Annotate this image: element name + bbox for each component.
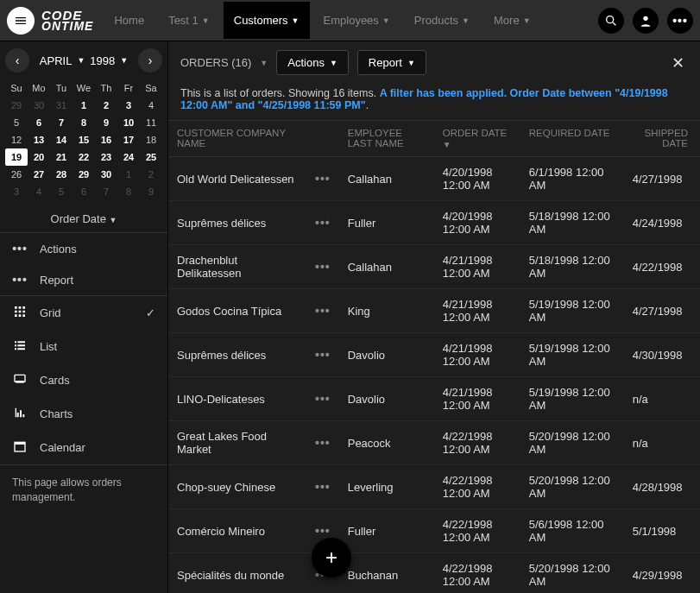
cal-day[interactable]: 30	[95, 166, 117, 183]
table-row[interactable]: Old World Delicatessen•••Callahan4/20/19…	[168, 157, 700, 201]
cal-day[interactable]: 29	[5, 97, 28, 114]
view-cards[interactable]: Cards	[0, 363, 167, 397]
nav-item-home[interactable]: Home	[104, 2, 155, 39]
close-button[interactable]: ✕	[668, 54, 688, 73]
col-order-date[interactable]: ORDER DATE▼	[434, 121, 520, 157]
sidebar-report[interactable]: ••• Report	[0, 264, 167, 295]
cal-day[interactable]: 14	[50, 131, 73, 148]
menu-toggle-button[interactable]	[7, 7, 35, 35]
cal-day[interactable]: 6	[73, 183, 95, 200]
cal-day[interactable]: 3	[117, 97, 140, 114]
cal-day[interactable]: 16	[95, 131, 117, 148]
cal-day[interactable]: 26	[5, 166, 28, 183]
cal-dow: We	[73, 79, 95, 97]
cal-day[interactable]: 28	[50, 166, 73, 183]
search-button[interactable]	[598, 8, 624, 34]
sidebar-actions[interactable]: ••• Actions	[0, 233, 167, 264]
sidebar-item-label: Report	[40, 274, 73, 287]
table-row[interactable]: Drachenblut Delikatessen•••Callahan4/21/…	[168, 245, 700, 289]
cal-day[interactable]: 4	[140, 97, 162, 114]
cal-day[interactable]: 5	[5, 114, 28, 131]
cal-day[interactable]: 7	[95, 183, 117, 200]
row-actions-button[interactable]: •••	[306, 465, 339, 509]
row-actions-button[interactable]: •••	[306, 289, 339, 333]
col-shipped-date[interactable]: SHIPPED DATE	[624, 121, 700, 157]
cal-day[interactable]: 27	[28, 166, 50, 183]
row-actions-button[interactable]: •••	[306, 421, 339, 465]
cal-day[interactable]: 2	[95, 97, 117, 114]
row-actions-button[interactable]: •••	[306, 201, 339, 245]
nav-item-employees[interactable]: Employees ▼	[313, 2, 400, 39]
actions-button[interactable]: Actions▼	[276, 50, 349, 75]
row-actions-button[interactable]: •••	[306, 377, 339, 421]
cal-day[interactable]: 24	[117, 148, 140, 166]
cal-day[interactable]: 2	[140, 166, 162, 183]
col-required-date[interactable]: REQUIRED DATE	[520, 121, 624, 157]
cal-day[interactable]: 5	[50, 183, 73, 200]
cal-day[interactable]: 23	[95, 148, 117, 166]
cal-day[interactable]: 1	[73, 97, 95, 114]
cal-day[interactable]: 29	[73, 166, 95, 183]
cal-day[interactable]: 12	[5, 131, 28, 148]
cal-dow: Sa	[140, 79, 162, 97]
cal-day[interactable]: 7	[50, 114, 73, 131]
cal-day[interactable]: 11	[140, 114, 162, 131]
breadcrumb[interactable]: ORDERS (16)	[180, 56, 251, 69]
add-button[interactable]: +	[312, 538, 351, 577]
table-row[interactable]: Chop-suey Chinese•••Leverling4/22/1998 1…	[168, 465, 700, 509]
cal-day[interactable]: 19	[5, 148, 28, 166]
cal-month-selector[interactable]: APRIL▼ 1998▼	[40, 54, 128, 67]
list-icon	[12, 338, 28, 355]
row-actions-button[interactable]: •••	[306, 245, 339, 289]
cal-day[interactable]: 3	[5, 183, 28, 200]
cell-company: Spécialités du monde	[168, 553, 306, 594]
user-button[interactable]	[633, 8, 659, 34]
view-calendar[interactable]: Calendar	[0, 431, 167, 464]
cal-prev-button[interactable]: ‹	[5, 48, 29, 73]
filter-icon: ▼	[443, 140, 512, 149]
row-actions-button[interactable]: •••	[306, 333, 339, 377]
cal-field-selector[interactable]: Order Date ▼	[0, 205, 167, 233]
table-row[interactable]: Great Lakes Food Market•••Peacock4/22/19…	[168, 421, 700, 465]
view-charts[interactable]: Charts	[0, 397, 167, 431]
table-row[interactable]: Spécialités du monde•••Buchanan4/22/1998…	[168, 553, 700, 594]
cal-day[interactable]: 21	[50, 148, 73, 166]
cal-day[interactable]: 30	[28, 97, 50, 114]
cal-day[interactable]: 8	[73, 114, 95, 131]
table-row[interactable]: LINO-Delicateses•••Davolio4/21/1998 12:0…	[168, 377, 700, 421]
cal-next-button[interactable]: ›	[138, 48, 162, 73]
cal-day[interactable]: 20	[28, 148, 50, 166]
nav-item-customers[interactable]: Customers ▼	[224, 2, 310, 39]
cal-day[interactable]: 9	[140, 183, 162, 200]
cal-day[interactable]: 17	[117, 131, 140, 148]
cell-shipped-date: 4/27/1998	[624, 157, 700, 201]
row-actions-button[interactable]: •••	[306, 157, 339, 201]
cal-day[interactable]: 13	[28, 131, 50, 148]
more-button[interactable]: •••	[667, 8, 693, 34]
nav-item-more[interactable]: More ▼	[483, 2, 541, 39]
col-company[interactable]: CUSTOMER COMPANY NAME	[168, 121, 306, 157]
table-row[interactable]: Godos Cocina Típica•••King4/21/1998 12:0…	[168, 289, 700, 333]
cal-day[interactable]: 31	[50, 97, 73, 114]
view-list[interactable]: List	[0, 330, 167, 363]
view-grid[interactable]: Grid✓	[0, 296, 167, 330]
cal-day[interactable]: 6	[28, 114, 50, 131]
cal-day[interactable]: 22	[73, 148, 95, 166]
cal-day[interactable]: 10	[117, 114, 140, 131]
cal-day[interactable]: 8	[117, 183, 140, 200]
cal-day[interactable]: 9	[95, 114, 117, 131]
col-employee[interactable]: EMPLOYEE LAST NAME	[339, 121, 434, 157]
nav-item-products[interactable]: Products ▼	[404, 2, 480, 39]
nav-item-test-1[interactable]: Test 1 ▼	[158, 2, 220, 39]
caret-icon: ▼	[462, 16, 470, 25]
table-row[interactable]: Comércio Mineiro•••Fuller4/22/1998 12:00…	[168, 509, 700, 553]
cal-day[interactable]: 25	[140, 148, 162, 166]
cal-day[interactable]: 18	[140, 131, 162, 148]
table-row[interactable]: Suprêmes délices•••Davolio4/21/1998 12:0…	[168, 333, 700, 377]
dots-icon: •••	[12, 242, 28, 255]
report-button[interactable]: Report▼	[357, 50, 426, 75]
cal-day[interactable]: 15	[73, 131, 95, 148]
table-row[interactable]: Suprêmes délices•••Fuller4/20/1998 12:00…	[168, 201, 700, 245]
cal-day[interactable]: 1	[117, 166, 140, 183]
cal-day[interactable]: 4	[28, 183, 50, 200]
